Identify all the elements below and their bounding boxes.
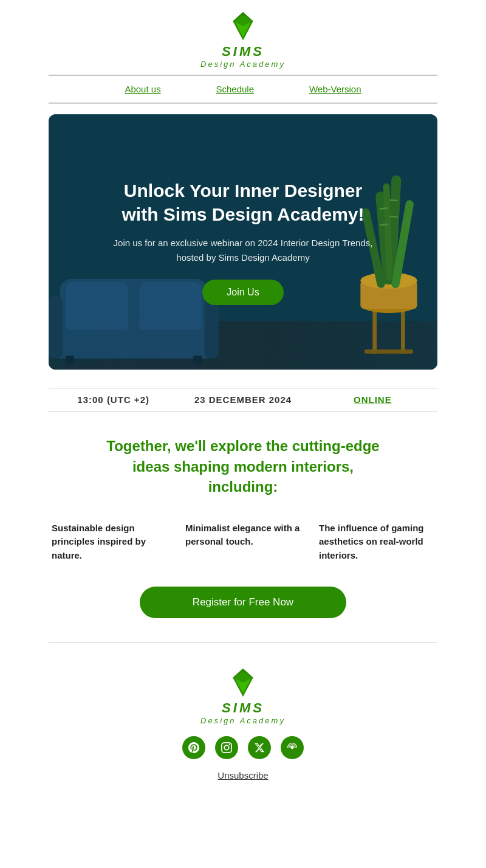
social-icons <box>182 736 304 759</box>
tagline: Together, we'll explore the cutting-edge… <box>49 436 437 497</box>
logo-diamond-icon <box>228 11 258 41</box>
register-button[interactable]: Register for Free Now <box>140 587 346 618</box>
footer-logo-diamond-icon <box>228 667 258 698</box>
feature-3: The influence of gaming aesthetics on re… <box>316 515 437 569</box>
radio-icon[interactable] <box>281 736 304 759</box>
pinterest-icon[interactable] <box>182 736 205 759</box>
svg-point-30 <box>291 746 294 749</box>
logo: SIMS Design Academy <box>200 11 286 69</box>
unsubscribe-link[interactable]: Unsubscribe <box>217 770 268 780</box>
hero-section: Unlock Your Inner Designerwith Sims Desi… <box>49 114 437 370</box>
hero-content: Unlock Your Inner Designerwith Sims Desi… <box>65 154 422 329</box>
instagram-icon[interactable] <box>215 736 238 759</box>
event-location: ONLINE <box>308 388 437 412</box>
join-us-button[interactable]: Join Us <box>202 280 283 305</box>
register-section: Register for Free Now <box>49 587 437 618</box>
hero-subtitle: Join us for an exclusive webinar on 2024… <box>114 236 373 265</box>
logo-subtext: Design Academy <box>200 60 286 69</box>
svg-point-11 <box>60 360 208 370</box>
event-date: 23 DECEMBER 2024 <box>178 388 307 412</box>
navigation: About us Schedule Web-Version <box>49 75 437 103</box>
svg-rect-7 <box>49 296 63 359</box>
svg-rect-14 <box>364 350 413 354</box>
nav-schedule[interactable]: Schedule <box>216 84 255 94</box>
feature-2: Minimalist elegance with a personal touc… <box>182 515 304 569</box>
nav-webversion[interactable]: Web-Version <box>309 84 361 94</box>
feature-1: Sustainable design principles inspired b… <box>49 515 170 569</box>
footer-logo: SIMS Design Academy <box>200 667 286 725</box>
svg-rect-6 <box>54 330 213 359</box>
twitter-icon[interactable] <box>248 736 271 759</box>
footer: SIMS Design Academy <box>0 643 486 799</box>
footer-logo-text: SIMS <box>222 700 264 716</box>
event-time: 13:00 (UTC +2) <box>49 388 178 412</box>
nav-about[interactable]: About us <box>125 84 160 94</box>
footer-logo-subtext: Design Academy <box>200 716 286 725</box>
event-info: 13:00 (UTC +2) 23 DECEMBER 2024 ONLINE <box>49 388 437 412</box>
features-section: Sustainable design principles inspired b… <box>49 515 437 569</box>
logo-text: SIMS <box>222 44 264 60</box>
hero-title: Unlock Your Inner Designerwith Sims Desi… <box>114 179 373 226</box>
header: SIMS Design Academy <box>0 0 486 75</box>
